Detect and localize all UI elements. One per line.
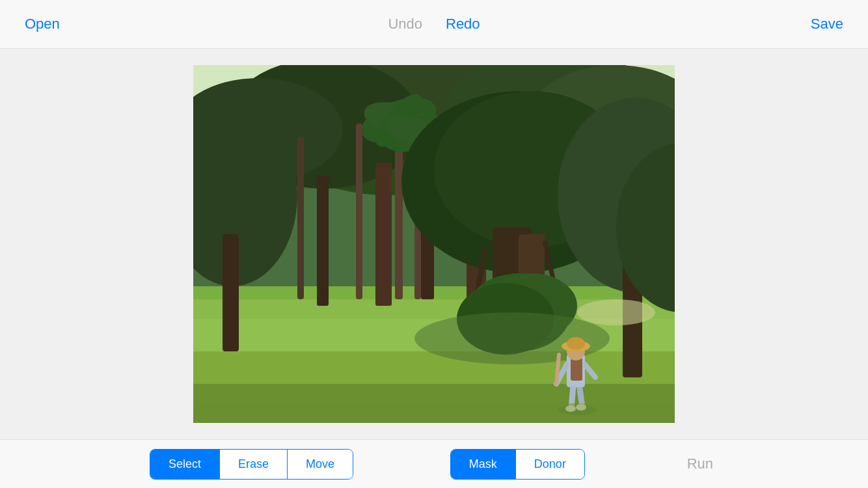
- svg-point-43: [577, 299, 655, 325]
- edit-tools-group: Select Erase Move: [150, 449, 353, 480]
- select-tool-button[interactable]: Select: [150, 450, 220, 479]
- canvas-area: [0, 49, 868, 439]
- svg-rect-51: [571, 358, 582, 381]
- svg-rect-17: [317, 176, 329, 306]
- mask-tool-button[interactable]: Mask: [451, 450, 516, 479]
- top-toolbar: Open Undo Redo Save: [0, 0, 868, 49]
- svg-point-57: [567, 337, 585, 350]
- undo-button[interactable]: Undo: [383, 13, 427, 35]
- image-canvas[interactable]: [193, 65, 675, 423]
- mask-tools-group: Mask Donor: [450, 449, 585, 480]
- svg-line-54: [556, 355, 559, 384]
- bottom-toolbar: Select Erase Move Mask Donor Run: [0, 439, 868, 488]
- redo-button[interactable]: Redo: [441, 13, 485, 35]
- svg-rect-21: [356, 124, 362, 299]
- save-button[interactable]: Save: [806, 13, 848, 35]
- svg-rect-58: [193, 403, 675, 423]
- erase-tool-button[interactable]: Erase: [220, 450, 288, 479]
- svg-rect-14: [375, 163, 392, 306]
- svg-rect-42: [223, 234, 239, 351]
- move-tool-button[interactable]: Move: [288, 450, 353, 479]
- donor-tool-button[interactable]: Donor: [516, 450, 584, 479]
- open-button[interactable]: Open: [20, 13, 65, 35]
- run-button: Run: [682, 453, 718, 475]
- svg-rect-22: [297, 137, 304, 299]
